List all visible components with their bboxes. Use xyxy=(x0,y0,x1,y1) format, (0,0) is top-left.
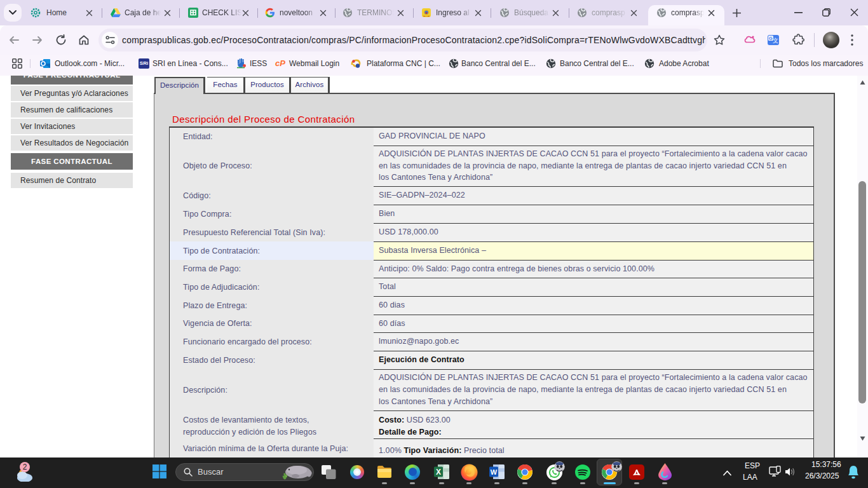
svg-text:2: 2 xyxy=(23,463,27,471)
svg-text:文: 文 xyxy=(773,37,778,44)
svg-text:W: W xyxy=(491,468,498,476)
svg-text:X: X xyxy=(436,468,441,477)
